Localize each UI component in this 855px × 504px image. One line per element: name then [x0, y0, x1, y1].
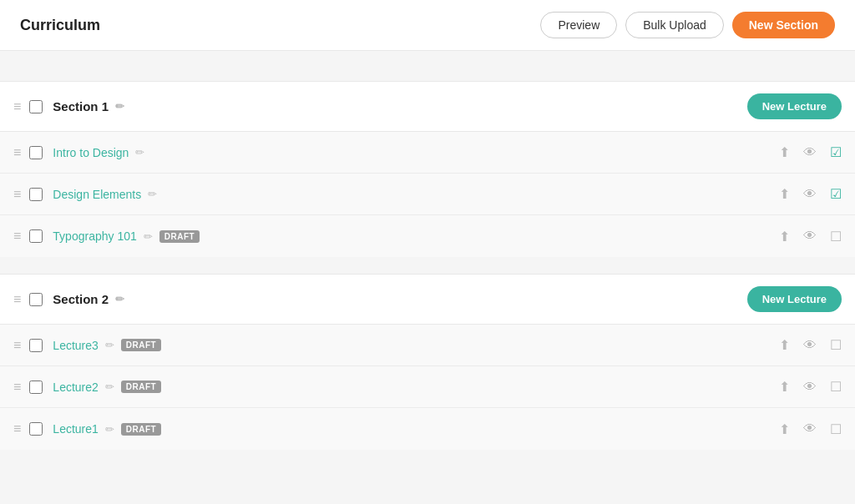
lecture2-checkbox[interactable]	[29, 381, 43, 394]
drag-handle-lecture3[interactable]: ≡	[13, 338, 21, 353]
typography-edit-icon[interactable]: ✏	[144, 230, 153, 243]
section-2-checkbox[interactable]	[29, 293, 43, 306]
drag-handle-intro[interactable]: ≡	[13, 145, 21, 160]
drag-handle-design[interactable]: ≡	[13, 187, 21, 202]
typography-check-icon[interactable]: ☐	[830, 229, 842, 244]
lecture-row-design-elements: ≡ Design Elements ✏ ⬆ 👁 ☑	[0, 174, 855, 215]
lecture1-draft-badge: DRAFT	[121, 423, 161, 436]
lecture1-check-icon[interactable]: ☐	[830, 421, 842, 437]
intro-title: Intro to Design ✏	[53, 146, 779, 159]
lecture1-checkbox[interactable]	[29, 422, 43, 436]
lecture-row-typography: ≡ Typography 101 ✏ DRAFT ⬆ 👁 ☐	[0, 215, 855, 257]
typography-view-icon[interactable]: 👁	[803, 229, 817, 244]
section-1-new-lecture-button[interactable]: New Lecture	[747, 93, 842, 119]
intro-edit-icon[interactable]: ✏	[135, 146, 144, 159]
lecture1-actions: ⬆ 👁 ☐	[779, 421, 842, 437]
lecture3-actions: ⬆ 👁 ☐	[779, 337, 842, 353]
design-view-icon[interactable]: 👁	[803, 187, 817, 202]
design-edit-icon[interactable]: ✏	[148, 188, 157, 200]
lecture2-edit-icon[interactable]: ✏	[105, 381, 114, 393]
section-2-header: ≡ Section 2 ✏ New Lecture	[0, 274, 855, 325]
drag-handle-typography[interactable]: ≡	[13, 229, 21, 244]
intro-upload-icon[interactable]: ⬆	[779, 144, 790, 160]
section-2-title: Section 2 ✏	[53, 292, 746, 306]
section-2-edit-icon[interactable]: ✏	[115, 293, 124, 305]
typography-draft-badge: DRAFT	[159, 230, 200, 243]
design-actions: ⬆ 👁 ☑	[779, 186, 842, 202]
bottom-spacer	[0, 450, 855, 466]
new-section-button[interactable]: New Section	[732, 12, 835, 38]
lecture3-edit-icon[interactable]: ✏	[105, 339, 114, 351]
lecture3-checkbox[interactable]	[29, 339, 43, 352]
bulk-upload-button[interactable]: Bulk Upload	[625, 12, 724, 38]
lecture-row-lecture1: ≡ Lecture1 ✏ DRAFT ⬆ 👁 ☐	[0, 408, 855, 450]
drag-handle-section1[interactable]: ≡	[13, 99, 21, 114]
lecture-row-lecture2: ≡ Lecture2 ✏ DRAFT ⬆ 👁 ☐	[0, 366, 855, 408]
typography-title: Typography 101 ✏ DRAFT	[53, 229, 779, 243]
lecture2-title: Lecture2 ✏ DRAFT	[53, 381, 779, 394]
lecture2-draft-badge: DRAFT	[121, 381, 161, 393]
curriculum-main: ≡ Section 1 ✏ New Lecture ≡ Intro to Des…	[0, 51, 855, 480]
intro-actions: ⬆ 👁 ☑	[779, 144, 842, 160]
typography-checkbox[interactable]	[29, 229, 43, 243]
section-1-title: Section 1 ✏	[53, 99, 746, 113]
preview-button[interactable]: Preview	[540, 12, 617, 38]
design-check-icon[interactable]: ☑	[830, 186, 842, 202]
lecture1-title: Lecture1 ✏ DRAFT	[53, 422, 779, 436]
top-bar-actions: Preview Bulk Upload New Section	[540, 12, 835, 38]
lecture-row-lecture3: ≡ Lecture3 ✏ DRAFT ⬆ 👁 ☐	[0, 325, 855, 366]
typography-actions: ⬆ 👁 ☐	[779, 229, 842, 244]
typography-upload-icon[interactable]: ⬆	[779, 229, 790, 244]
lecture1-view-icon[interactable]: 👁	[803, 421, 817, 436]
drag-handle-lecture1[interactable]: ≡	[13, 421, 21, 436]
section-1-checkbox[interactable]	[29, 100, 43, 113]
lecture2-upload-icon[interactable]: ⬆	[779, 379, 790, 395]
section-1-edit-icon[interactable]: ✏	[115, 100, 124, 113]
intro-check-icon[interactable]: ☑	[830, 144, 842, 160]
lecture2-check-icon[interactable]: ☐	[830, 379, 842, 395]
lecture2-view-icon[interactable]: 👁	[803, 380, 817, 395]
top-spacer	[0, 64, 855, 81]
lecture2-actions: ⬆ 👁 ☐	[779, 379, 842, 395]
lecture-row-intro-to-design: ≡ Intro to Design ✏ ⬆ 👁 ☑	[0, 132, 855, 174]
design-title: Design Elements ✏	[53, 188, 779, 201]
drag-handle-lecture2[interactable]: ≡	[13, 380, 21, 395]
section-block-2: ≡ Section 2 ✏ New Lecture ≡ Lecture3 ✏ D…	[0, 274, 855, 450]
drag-handle-section2[interactable]: ≡	[13, 292, 21, 307]
section-block-1: ≡ Section 1 ✏ New Lecture ≡ Intro to Des…	[0, 81, 855, 257]
lecture3-title: Lecture3 ✏ DRAFT	[53, 339, 779, 352]
lecture1-upload-icon[interactable]: ⬆	[779, 421, 790, 437]
intro-checkbox[interactable]	[29, 146, 43, 159]
section-2-new-lecture-button[interactable]: New Lecture	[747, 286, 842, 312]
design-checkbox[interactable]	[29, 188, 43, 201]
top-bar: Curriculum Preview Bulk Upload New Secti…	[0, 0, 855, 51]
page-title: Curriculum	[20, 17, 100, 34]
section-1-header: ≡ Section 1 ✏ New Lecture	[0, 81, 855, 132]
lecture3-check-icon[interactable]: ☐	[830, 337, 842, 353]
lecture3-view-icon[interactable]: 👁	[803, 338, 817, 353]
mid-spacer	[0, 257, 855, 274]
lecture1-edit-icon[interactable]: ✏	[105, 423, 114, 436]
lecture3-upload-icon[interactable]: ⬆	[779, 337, 790, 353]
design-upload-icon[interactable]: ⬆	[779, 186, 790, 202]
lecture3-draft-badge: DRAFT	[121, 339, 161, 351]
intro-view-icon[interactable]: 👁	[803, 145, 817, 160]
